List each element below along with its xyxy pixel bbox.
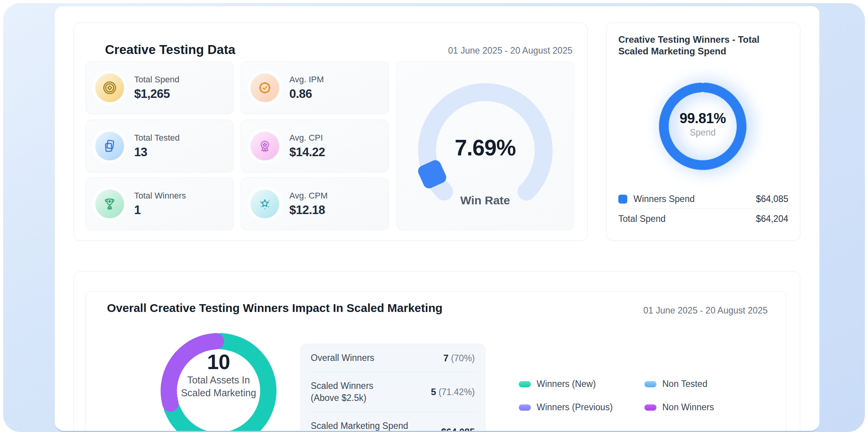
impact-outer-panel: Overall Creative Testing Winners Impact …	[74, 271, 800, 432]
sparkle-star-icon	[250, 190, 279, 218]
spend-summary-rows: Winners Spend $64,085 Total Spend $64,20…	[618, 189, 788, 228]
legend-item-non-winners: Non Winners	[644, 402, 714, 413]
stat-value: $1,265	[134, 87, 179, 101]
impact-stats-table: Overall Winners 7 (70%) Scaled Winners (…	[300, 344, 485, 432]
row-value: 5 (71.42%)	[425, 387, 475, 397]
non-tested-swatch	[644, 381, 656, 387]
donut-center-label: 99.81% Spend	[652, 110, 753, 138]
stat-value: 1	[134, 203, 186, 217]
row-label: Overall Winners	[311, 352, 374, 364]
spend-percent: 99.81%	[652, 110, 753, 127]
stat-value: $14.22	[289, 145, 325, 159]
row-label: Scaled Marketing Spend Impacted by Winne…	[311, 420, 408, 432]
trophy-icon	[95, 190, 124, 218]
stat-card-total-spend: Total Spend $1,265	[86, 61, 234, 114]
stat-label: Avg. CPM	[289, 191, 328, 201]
dashboard-scroll-area[interactable]: Creative Testing Data 01 June 2025 - 20 …	[55, 6, 819, 432]
winners-previous-swatch	[519, 404, 531, 411]
legend-item-winners-previous: Winners (Previous)	[519, 402, 613, 413]
stat-value: $12.18	[289, 203, 328, 217]
stat-card-total-tested: Total Tested 13	[86, 120, 234, 172]
legend-label: Winners (Previous)	[537, 402, 613, 413]
winners-spend-row: Winners Spend $64,085	[618, 189, 788, 209]
copy-icon	[95, 132, 124, 160]
stat-card-avg-cpm: Avg. CPM $12.18	[241, 178, 389, 230]
medal-ribbon-icon	[250, 132, 279, 160]
table-row: Scaled Winners (Above $2.5k) 5 (71.42%)	[311, 372, 475, 412]
legend-item-winners-new: Winners (New)	[519, 379, 596, 389]
spend-caption: Spend	[652, 127, 753, 138]
assets-caption-line1: Total Assets In	[187, 375, 250, 385]
legend-label: Non Winners	[662, 402, 714, 413]
stat-label: Total Spend	[134, 75, 179, 85]
coin-icon	[95, 73, 124, 102]
creative-testing-data-panel: Creative Testing Data 01 June 2025 - 20 …	[74, 23, 588, 241]
winners-new-swatch	[519, 381, 531, 387]
badge-check-icon	[250, 73, 279, 102]
panel-title: Creative Testing Winners - Total Scaled …	[618, 34, 786, 57]
assets-caption-line2: Scaled Marketing	[181, 387, 256, 398]
stat-card-avg-ipm: Avg. IPM 0.86	[241, 61, 389, 114]
non-winners-swatch	[644, 404, 656, 411]
stat-value: 0.86	[289, 87, 324, 101]
assets-count: 10	[207, 350, 230, 374]
stat-card-avg-cpi: Avg. CPI $14.22	[241, 120, 389, 172]
stat-label: Total Tested	[134, 133, 180, 143]
stat-label: Total Winners	[134, 191, 186, 201]
row-label: Total Spend	[618, 214, 665, 224]
row-label: Winners Spend	[634, 194, 695, 204]
panel-title: Overall Creative Testing Winners Impact …	[107, 301, 443, 315]
table-row: Overall Winners 7 (70%)	[311, 344, 475, 372]
win-rate-value: 7.69%	[397, 135, 574, 160]
row-value: 7 (70%)	[437, 353, 475, 364]
win-rate-gauge-card: 7.69% Win Rate	[396, 61, 574, 230]
impact-inner-panel: Overall Creative Testing Winners Impact …	[85, 291, 787, 432]
table-row: Scaled Marketing Spend Impacted by Winne…	[311, 412, 475, 432]
winners-spend-swatch	[618, 195, 627, 204]
row-value: $64,204	[756, 214, 788, 224]
legend-label: Winners (New)	[537, 379, 596, 389]
row-label: Scaled Winners (Above $2.5k)	[311, 380, 373, 404]
date-range: 01 June 2025 - 20 August 2025	[448, 45, 572, 56]
stat-label: Avg. IPM	[289, 75, 324, 85]
app-window-background: Creative Testing Data 01 June 2025 - 20 …	[3, 3, 865, 432]
stat-value: 13	[134, 145, 180, 159]
legend-label: Non Tested	[662, 379, 707, 389]
total-spend-row: Total Spend $64,204	[618, 209, 788, 228]
row-value: $64,085	[756, 194, 788, 204]
win-rate-caption: Win Rate	[397, 194, 574, 207]
stat-label: Avg. CPI	[289, 133, 325, 143]
date-range: 01 June 2025 - 20 August 2025	[643, 305, 768, 316]
assets-center-label: 10 Total Assets In Scaled Marketing	[152, 350, 285, 399]
legend-item-non-tested: Non Tested	[644, 379, 707, 389]
row-value: $64,085	[435, 427, 475, 432]
stat-card-total-winners: Total Winners 1	[86, 178, 234, 230]
panel-title: Creative Testing Data	[105, 42, 235, 57]
winners-spend-panel: Creative Testing Winners - Total Scaled …	[606, 23, 800, 241]
